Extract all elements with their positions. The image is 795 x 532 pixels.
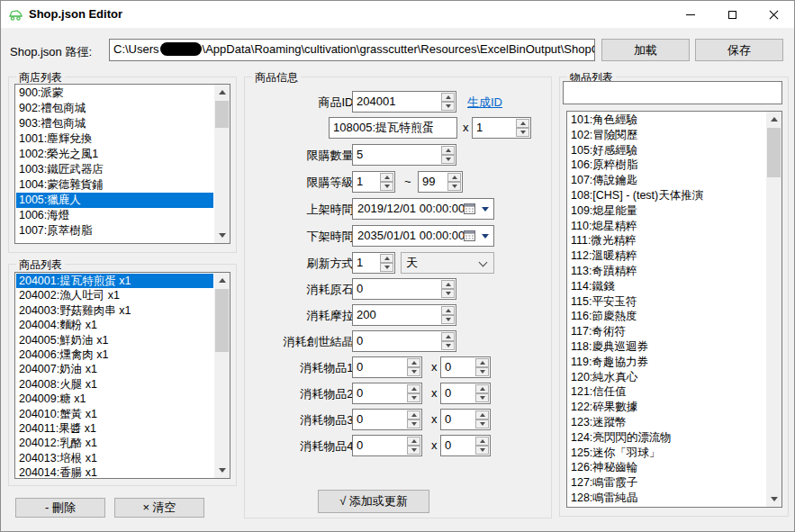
scroll-down-icon[interactable] <box>766 491 781 507</box>
spin-up-icon[interactable] <box>441 93 455 102</box>
spin-down-icon[interactable] <box>441 341 455 350</box>
list-item[interactable]: 204008:火腿 x1 <box>16 377 213 392</box>
spin-up-icon[interactable] <box>407 358 420 367</box>
add-or-update-button[interactable]: √ 添加或更新 <box>318 490 429 513</box>
list-item[interactable]: 119:奇趣協力券 <box>568 355 765 370</box>
list-item[interactable]: 1005:獵鹿人 <box>16 193 213 208</box>
shop-listbox[interactable]: 900:派蒙902:禮包商城903:禮包商城1001:塵輝兌換1002:榮光之風… <box>14 84 230 244</box>
scroll-down-icon[interactable] <box>214 463 230 478</box>
spin-down-icon[interactable] <box>441 289 455 298</box>
list-item[interactable]: 122:碎果數據 <box>568 400 765 415</box>
minimize-button[interactable] <box>670 1 711 28</box>
spin-down-icon[interactable] <box>441 315 455 324</box>
list-item[interactable]: 204002:漁人吐司 x1 <box>16 288 213 302</box>
list-item[interactable]: 204012:乳酪 x1 <box>16 436 213 450</box>
spin-up-icon[interactable] <box>380 173 393 182</box>
cost-mora-spinner[interactable]: 200 <box>352 304 456 326</box>
spin-down-icon[interactable] <box>447 182 461 191</box>
list-item[interactable]: 1001:塵輝兌換 <box>16 131 213 147</box>
list-item[interactable]: 120:純水真心 <box>568 370 765 385</box>
list-item[interactable]: 116:節慶熱度 <box>568 309 765 324</box>
spin-up-icon[interactable] <box>475 358 489 367</box>
list-item[interactable]: 112:溫暖精粹 <box>568 248 765 264</box>
list-item[interactable]: 127:鳴雷霰子 <box>568 475 765 491</box>
list-item[interactable]: 902:禮包商城 <box>16 101 213 116</box>
level-max-spinner[interactable]: 99 <box>418 171 463 193</box>
spin-up-icon[interactable] <box>407 384 420 393</box>
list-item[interactable]: 900:派蒙 <box>16 86 213 101</box>
close-button[interactable] <box>753 1 794 28</box>
buy-limit-spinner[interactable]: 5 <box>352 144 456 166</box>
spin-down-icon[interactable] <box>441 155 455 164</box>
goods-id-spinner[interactable]: 204001 <box>352 91 456 113</box>
list-item[interactable]: 1002:榮光之風1 <box>16 147 213 162</box>
delete-button[interactable]: - 刪除 <box>15 498 105 518</box>
chevron-down-icon[interactable] <box>482 234 489 239</box>
spin-down-icon[interactable] <box>380 263 393 272</box>
list-item[interactable]: 204003:野菇雞肉串 x1 <box>16 303 213 318</box>
list-item[interactable]: 204007:奶油 x1 <box>16 362 213 376</box>
spin-up-icon[interactable] <box>407 437 420 446</box>
list-item[interactable]: 111:微光精粹 <box>568 233 765 248</box>
list-item[interactable]: 204004:麵粉 x1 <box>16 318 213 332</box>
spin-up-icon[interactable] <box>475 437 489 446</box>
list-item[interactable]: 107:傳說鑰匙 <box>568 173 765 188</box>
clear-button[interactable]: × 清空 <box>114 498 204 518</box>
generate-id-link[interactable]: 生成ID <box>467 95 502 111</box>
scroll-up-icon[interactable] <box>766 112 781 127</box>
scroll-thumb[interactable] <box>215 289 229 352</box>
cost-primogem-spinner[interactable]: 0 <box>352 278 456 300</box>
spin-down-icon[interactable] <box>407 367 420 376</box>
spin-up-icon[interactable] <box>441 280 455 289</box>
level-min-spinner[interactable]: 1 <box>352 171 395 193</box>
cost-item2-id-spinner[interactable]: 0 <box>352 383 422 404</box>
chevron-down-icon[interactable] <box>482 207 489 212</box>
list-item[interactable]: 115:平安玉符 <box>568 294 765 310</box>
list-item[interactable]: 204001:提瓦特煎蛋 x1 <box>16 274 213 288</box>
list-item[interactable]: 106:原粹樹脂 <box>568 158 765 173</box>
list-item[interactable]: 126:神秘齒輪 <box>568 460 765 475</box>
list-item[interactable]: 903:禮包商城 <box>16 116 213 131</box>
maximize-button[interactable] <box>711 1 753 28</box>
cost-item2-count-spinner[interactable]: 0 <box>440 383 491 404</box>
refresh-count-spinner[interactable]: 1 <box>352 252 395 274</box>
list-item[interactable]: 128:鳴雷純晶 <box>568 491 765 506</box>
cost-item4-id-spinner[interactable]: 0 <box>352 435 422 456</box>
spin-up-icon[interactable] <box>475 410 489 419</box>
list-item[interactable]: 118:慶典巡迴券 <box>568 339 765 355</box>
goods-list-scrollbar[interactable] <box>214 273 230 478</box>
list-item[interactable]: 204011:果醬 x1 <box>16 421 213 436</box>
spin-down-icon[interactable] <box>441 102 455 111</box>
list-item[interactable]: 204014:香腸 x1 <box>16 465 213 479</box>
list-item[interactable]: 124:亮閃閃的漂流物 <box>568 430 765 446</box>
cost-item1-count-spinner[interactable]: 0 <box>440 356 491 378</box>
spin-up-icon[interactable] <box>447 173 461 182</box>
list-item[interactable]: 109:熄星能量 <box>568 203 765 219</box>
cost-item4-count-spinner[interactable]: 0 <box>440 435 491 456</box>
list-item[interactable]: 204006:燻禽肉 x1 <box>16 347 213 362</box>
list-item[interactable]: 204013:培根 x1 <box>16 451 213 465</box>
list-item[interactable]: 123:迷蹤幣 <box>568 415 765 430</box>
cost-item3-id-spinner[interactable]: 0 <box>352 409 422 430</box>
spin-down-icon[interactable] <box>516 128 529 137</box>
list-item[interactable]: 101:角色經驗 <box>568 113 765 128</box>
list-item[interactable]: 1007:原萃樹脂 <box>16 223 213 239</box>
item-list-scrollbar[interactable] <box>766 112 781 507</box>
spin-down-icon[interactable] <box>407 446 420 455</box>
scroll-up-icon[interactable] <box>214 273 230 288</box>
path-input[interactable]: C:\Users\AppData\Roaming\cultivation\gra… <box>109 39 595 61</box>
refresh-unit-dropdown[interactable]: 天 <box>401 252 494 274</box>
shop-list-scrollbar[interactable] <box>214 85 230 243</box>
spin-up-icon[interactable] <box>441 306 455 315</box>
list-item[interactable]: 1004:蒙德雜貨鋪 <box>16 177 213 193</box>
scroll-down-icon[interactable] <box>214 228 230 243</box>
scroll-thumb[interactable] <box>215 101 229 128</box>
list-item[interactable]: 1006:海燈 <box>16 208 213 223</box>
list-item[interactable]: 121:信任值 <box>568 384 765 400</box>
cost-item1-id-spinner[interactable]: 0 <box>352 356 422 378</box>
list-item[interactable]: 105:好感經驗 <box>568 143 765 158</box>
spin-up-icon[interactable] <box>475 384 489 393</box>
spin-down-icon[interactable] <box>407 393 420 402</box>
spin-down-icon[interactable] <box>380 182 393 191</box>
item-listbox[interactable]: 101:角色經驗102:冒險閱歷105:好感經驗106:原粹樹脂107:傳說鑰匙… <box>566 111 782 508</box>
